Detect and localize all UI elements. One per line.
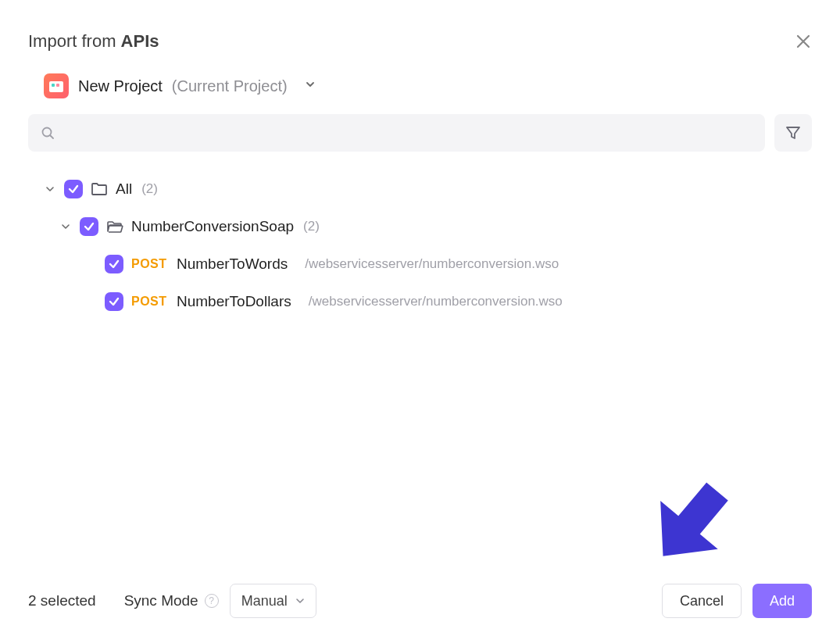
checkbox-group[interactable] (80, 217, 98, 236)
tree-root-count: (2) (141, 181, 158, 197)
collapse-toggle[interactable] (44, 183, 56, 195)
method-badge: POST (131, 257, 169, 271)
check-icon (109, 259, 120, 270)
check-icon (109, 296, 120, 307)
annotation-arrow-icon (645, 473, 754, 582)
chevron-down-icon (295, 596, 305, 606)
search-icon (41, 126, 55, 140)
tree-endpoint-row[interactable]: POST NumberToWords /webservicesserver/nu… (44, 245, 812, 283)
endpoint-name: NumberToWords (177, 256, 288, 273)
project-selector[interactable]: New Project(Current Project) (44, 73, 812, 98)
close-button[interactable] (795, 33, 812, 50)
collapse-toggle[interactable] (59, 220, 72, 233)
api-tree: All (2) NumberConversionSoap (2) POST Nu… (28, 170, 812, 320)
add-label: Add (770, 593, 795, 609)
endpoint-name: NumberToDollars (177, 293, 291, 310)
svg-point-0 (43, 128, 52, 137)
folder-open-icon (106, 218, 123, 235)
dialog-footer: 2 selected Sync Mode ? Manual Cancel Add (28, 579, 812, 623)
dialog-title-bold: APIs (121, 31, 159, 51)
sync-mode-select[interactable]: Manual (230, 584, 316, 618)
checkbox-endpoint[interactable] (105, 292, 123, 311)
filter-icon (785, 125, 801, 141)
check-icon (84, 221, 95, 232)
endpoint-path: /webservicesserver/numberconversion.wso (305, 256, 559, 272)
tree-group-count: (2) (303, 219, 320, 234)
tree-root-label: All (116, 180, 132, 198)
search-box[interactable] (28, 114, 765, 152)
project-suffix: (Current Project) (172, 77, 288, 95)
chevron-down-icon (305, 79, 316, 93)
cancel-label: Cancel (680, 593, 724, 609)
search-input[interactable] (63, 126, 752, 140)
add-button[interactable]: Add (752, 584, 812, 618)
chevron-down-icon (61, 222, 70, 231)
tree-root-row[interactable]: All (2) (44, 170, 812, 208)
cancel-button[interactable]: Cancel (662, 584, 742, 618)
tree-group-label: NumberConversionSoap (131, 218, 294, 235)
sync-mode-value: Manual (241, 593, 288, 609)
close-icon (796, 34, 810, 48)
tree-group-row[interactable]: NumberConversionSoap (2) (44, 208, 812, 245)
checkbox-endpoint[interactable] (105, 255, 123, 273)
tree-endpoint-row[interactable]: POST NumberToDollars /webservicesserver/… (44, 283, 812, 320)
dialog-title: Import from APIs (28, 31, 159, 52)
sync-mode-label: Sync Mode (124, 592, 198, 609)
help-icon[interactable]: ? (205, 594, 219, 608)
filter-button[interactable] (774, 114, 812, 152)
check-icon (68, 184, 79, 195)
selected-count: 2 selected (28, 592, 96, 609)
method-badge: POST (131, 295, 169, 309)
dialog-title-prefix: Import from (28, 31, 121, 51)
project-icon (44, 73, 69, 98)
checkbox-all[interactable] (64, 180, 83, 198)
endpoint-path: /webservicesserver/numberconversion.wso (309, 294, 563, 309)
project-name: New Project (78, 77, 163, 95)
chevron-down-icon (45, 184, 55, 194)
folder-icon (91, 180, 108, 198)
